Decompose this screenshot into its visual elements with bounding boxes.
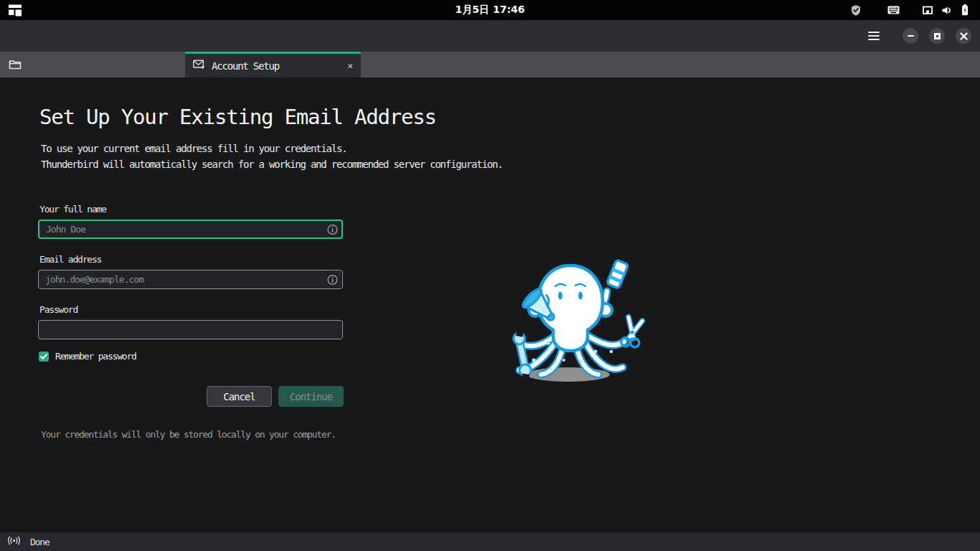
thunderbird-octopus-mascot: [488, 251, 653, 387]
email-label: Email address: [39, 254, 343, 265]
remember-password-label: Remember password: [55, 351, 136, 362]
folder-spaces-icon[interactable]: [9, 60, 22, 70]
account-setup-pane: Set Up Your Existing Email Address To us…: [0, 77, 980, 532]
minimize-icon: [908, 35, 914, 37]
keyboard-layout-icon[interactable]: [887, 5, 900, 15]
credentials-note: Your credentials will only be stored loc…: [41, 429, 336, 440]
subtitle-line-1: To use your current email address fill i…: [41, 141, 502, 156]
maximize-icon: [934, 33, 941, 39]
os-top-bar: 1月5日 17:46: [0, 0, 980, 20]
volume-icon[interactable]: [941, 5, 952, 16]
page-title: Set Up Your Existing Email Address: [39, 105, 436, 129]
shield-check-icon[interactable]: [850, 4, 862, 17]
checkmark-icon: [40, 354, 47, 359]
battery-charging-icon[interactable]: [960, 4, 970, 17]
remember-password-row[interactable]: Remember password: [39, 351, 136, 362]
network-wired-icon[interactable]: [922, 5, 933, 16]
remember-password-checkbox[interactable]: [39, 352, 49, 362]
window-title-bar: [0, 20, 980, 52]
tab-label: Account Setup: [212, 60, 341, 72]
mail-add-icon: [193, 59, 205, 72]
full-name-label: Your full name: [39, 204, 343, 215]
tab-close-icon[interactable]: ✕: [347, 61, 353, 70]
email-input[interactable]: [38, 270, 343, 289]
screen: 1月5日 17:46: [0, 0, 980, 551]
cancel-button[interactable]: Cancel: [207, 386, 272, 407]
full-name-input[interactable]: [38, 220, 343, 239]
app-menu-icon[interactable]: [867, 31, 880, 41]
status-text: Done: [30, 537, 50, 547]
continue-button[interactable]: Continue: [278, 386, 344, 407]
subtitle-line-2: Thunderbird will automatically search fo…: [41, 156, 502, 172]
tab-account-setup[interactable]: Account Setup ✕: [185, 52, 361, 77]
window-close-button[interactable]: [956, 28, 971, 44]
password-label: Password: [39, 304, 343, 315]
close-icon: [960, 32, 968, 40]
window-maximize-button[interactable]: [929, 28, 945, 44]
clock-date[interactable]: 1月5日 17:46: [456, 4, 525, 17]
password-input[interactable]: [38, 320, 343, 339]
info-icon[interactable]: [327, 274, 338, 285]
broadcast-status-icon: [7, 535, 21, 549]
status-bar: Done: [0, 532, 980, 551]
activities-layout-icon[interactable]: [8, 3, 22, 17]
page-subtitle: To use your current email address fill i…: [41, 141, 502, 172]
tab-bar: Account Setup ✕: [0, 52, 980, 77]
info-icon[interactable]: [327, 224, 338, 235]
window-minimize-button[interactable]: [903, 28, 918, 44]
